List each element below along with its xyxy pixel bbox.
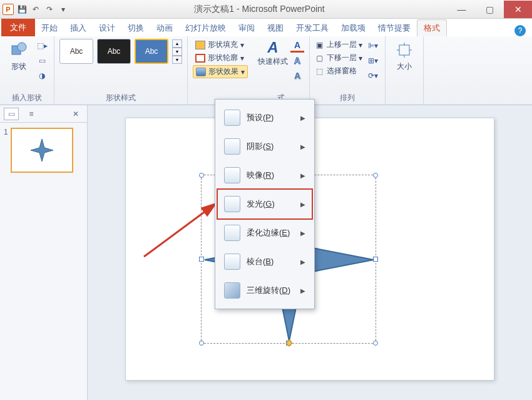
save-icon[interactable]: 💾 (16, 4, 28, 15)
thumbnails-tab-icon[interactable]: ▭ (4, 108, 19, 120)
shape-fill-button[interactable]: 形状填充▾ (193, 39, 248, 51)
quick-access-toolbar: P 💾 ↶ ↷ ▾ (0, 4, 71, 15)
shape-effects-menu: 预设(P) ▶ 阴影(S) ▶ 映像(R) ▶ 发光(G) ▶ 柔化边缘(E) … (215, 99, 315, 309)
annotation-arrow (141, 197, 222, 260)
wordart-icon: A (267, 39, 278, 56)
svg-rect-2 (399, 45, 409, 55)
dropdown-icon: ▾ (241, 68, 245, 76)
menu-item-preset[interactable]: 预设(P) ▶ (218, 103, 312, 132)
tab-addins[interactable]: 加载项 (335, 20, 372, 36)
tab-insert[interactable]: 插入 (64, 20, 93, 36)
shape-outline-button[interactable]: 形状轮廓▾ (193, 52, 248, 64)
tab-review[interactable]: 审阅 (232, 20, 261, 36)
qat-dropdown-icon[interactable]: ▾ (58, 4, 69, 15)
selection-pane-icon: ⬚ (316, 67, 325, 76)
quick-styles-button[interactable]: A 快速样式 (258, 39, 288, 67)
tab-animations[interactable]: 动画 (150, 20, 179, 36)
text-box-icon[interactable]: ▭ (35, 54, 49, 68)
group-size: 大小 (386, 36, 424, 105)
send-backward-button[interactable]: ▢下移一层 ▾ (315, 52, 364, 64)
slide-thumbnail-1[interactable] (11, 128, 73, 173)
window-controls: ― ▢ ✕ (448, 1, 532, 18)
send-backward-icon: ▢ (316, 54, 325, 63)
group-label-shape-styles: 形状样式 (59, 91, 182, 103)
selection-pane-button[interactable]: ⬚选择窗格 (315, 65, 364, 77)
merge-shapes-icon[interactable]: ◑ (35, 69, 49, 83)
tab-plot[interactable]: 情节提要 (372, 20, 417, 36)
close-button[interactable]: ✕ (504, 1, 532, 18)
tab-developer[interactable]: 开发工具 (290, 20, 335, 36)
dropdown-icon: ▾ (240, 41, 244, 49)
minimize-button[interactable]: ― (448, 1, 476, 18)
star-shape-icon (29, 138, 54, 163)
undo-icon[interactable]: ↶ (30, 4, 41, 15)
size-icon (394, 40, 414, 60)
menu-item-reflection[interactable]: 映像(R) ▶ (218, 161, 312, 190)
style-thumb-3[interactable]: Abc (135, 39, 168, 64)
shape-effects-button[interactable]: 形状效果▾ (193, 65, 248, 78)
tab-transitions[interactable]: 切换 (121, 20, 150, 36)
group-label-arrange: 排列 (315, 91, 380, 103)
reflection-icon (224, 167, 240, 183)
group-icon[interactable]: ⊞▾ (366, 54, 380, 68)
window-title: 演示文稿1 - Microsoft PowerPoint (71, 4, 448, 15)
bring-forward-button[interactable]: ▣上移一层 ▾ (315, 39, 364, 51)
group-wordart: A 快速样式 A A A 式 (253, 36, 310, 105)
menu-item-bevel[interactable]: 棱台(B) ▶ (218, 247, 312, 276)
maximize-button[interactable]: ▢ (476, 1, 504, 18)
align-icon[interactable]: ⊫▾ (366, 39, 380, 53)
menu-item-soft-edges[interactable]: 柔化边缘(E) ▶ (218, 218, 312, 247)
text-outline-icon[interactable]: A (290, 54, 304, 68)
tab-design[interactable]: 设计 (93, 20, 121, 36)
submenu-arrow-icon: ▶ (300, 259, 305, 265)
shapes-button[interactable]: 形状 (5, 39, 33, 73)
text-effects-icon[interactable]: A (290, 69, 304, 83)
powerpoint-app-icon[interactable]: P (3, 4, 14, 15)
slide-panel: ▭ ≡ ✕ 1 (0, 105, 88, 400)
outline-tab-icon[interactable]: ≡ (24, 108, 39, 120)
submenu-arrow-icon: ▶ (300, 172, 305, 179)
gallery-up-icon[interactable]: ▴ (172, 39, 182, 48)
tab-slideshow[interactable]: 幻灯片放映 (179, 20, 232, 36)
size-button[interactable]: 大小 (391, 39, 418, 73)
edit-shape-icon[interactable]: ⬚▸ (35, 39, 49, 53)
shape-style-gallery: Abc Abc Abc ▴ ▾ ▾ (59, 39, 182, 64)
style-thumb-2[interactable]: Abc (97, 39, 131, 64)
menu-item-3d-rotation[interactable]: 三维旋转(D) ▶ (218, 276, 312, 305)
tab-view[interactable]: 视图 (261, 20, 290, 36)
rotation-3d-icon (224, 282, 240, 299)
help-icon[interactable]: ? (514, 25, 526, 36)
rotate-icon[interactable]: ⟳▾ (366, 69, 380, 83)
menu-item-shadow[interactable]: 阴影(S) ▶ (218, 132, 312, 161)
glow-icon (224, 196, 240, 212)
dropdown-icon: ▾ (240, 54, 244, 63)
slide-thumb-row[interactable]: 1 (0, 123, 87, 178)
gallery-more-icon[interactable]: ▾ (172, 56, 182, 64)
ribbon: 形状 ⬚▸ ▭ ◑ 插入形状 Abc Abc Abc ▴ ▾ ▾ 形状样式 (0, 36, 532, 105)
shadow-icon (224, 138, 240, 155)
text-fill-icon[interactable]: A (290, 39, 304, 53)
submenu-arrow-icon: ▶ (300, 287, 305, 294)
outline-swatch-icon (195, 54, 205, 63)
ribbon-tabs: 文件 开始 插入 设计 切换 动画 幻灯片放映 审阅 视图 开发工具 加载项 情… (0, 19, 532, 36)
menu-item-glow[interactable]: 发光(G) ▶ (218, 190, 312, 218)
submenu-arrow-icon: ▶ (300, 230, 305, 237)
group-label-insert-shapes: 插入形状 (5, 91, 49, 103)
group-insert-shapes: 形状 ⬚▸ ▭ ◑ 插入形状 (0, 36, 54, 105)
group-arrange: ▣上移一层 ▾ ▢下移一层 ▾ ⬚选择窗格 ⊫▾ ⊞▾ ⟳▾ 排列 (310, 36, 386, 105)
slide-number: 1 (4, 128, 8, 173)
soft-edges-icon (224, 225, 240, 241)
submenu-arrow-icon: ▶ (300, 115, 305, 121)
submenu-arrow-icon: ▶ (300, 201, 305, 208)
redo-icon[interactable]: ↷ (44, 4, 55, 15)
submenu-arrow-icon: ▶ (300, 143, 305, 150)
svg-point-1 (18, 43, 26, 51)
style-thumb-1[interactable]: Abc (59, 39, 93, 64)
close-panel-icon[interactable]: ✕ (68, 108, 83, 120)
tab-format[interactable]: 格式 (417, 19, 447, 36)
tab-file[interactable]: 文件 (1, 19, 35, 36)
bevel-icon (224, 254, 240, 270)
gallery-down-icon[interactable]: ▾ (172, 48, 182, 56)
tab-home[interactable]: 开始 (35, 20, 64, 36)
svg-marker-3 (31, 139, 53, 162)
